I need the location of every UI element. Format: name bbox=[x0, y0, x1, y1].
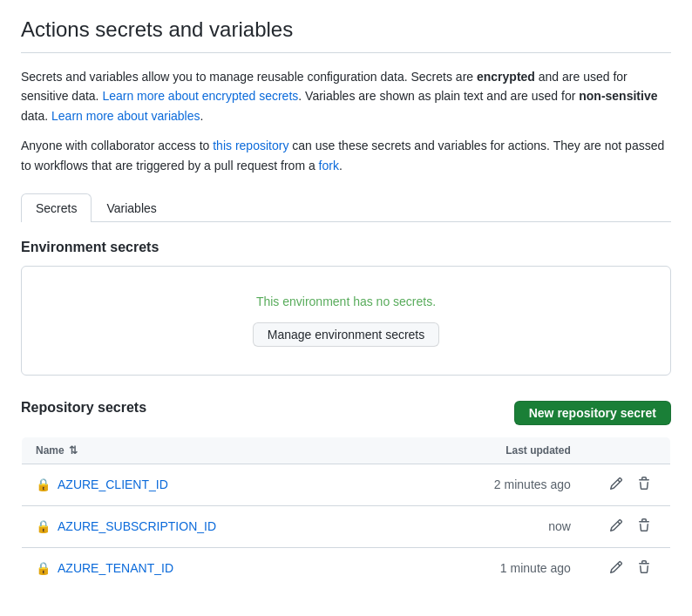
lock-icon-0: 🔒 bbox=[36, 477, 51, 491]
table-row: 🔒 AZURE_SUBSCRIPTION_ID now bbox=[22, 505, 671, 547]
learn-more-secrets-link[interactable]: Learn more about encrypted secrets bbox=[102, 89, 298, 103]
collab-text-3: . bbox=[339, 159, 343, 173]
col-name-header: Name ⇅ bbox=[22, 437, 444, 464]
edit-button-0[interactable] bbox=[604, 473, 628, 497]
last-updated-cell-1: now bbox=[444, 505, 585, 547]
lock-icon-2: 🔒 bbox=[36, 561, 51, 575]
actions-cell-0 bbox=[585, 464, 671, 505]
collaborator-note: Anyone with collaborator access to this … bbox=[21, 136, 671, 175]
env-secrets-box: This environment has no secrets. Manage … bbox=[21, 266, 671, 376]
col-updated-header: Last updated bbox=[444, 437, 585, 464]
desc-encrypted: encrypted bbox=[477, 70, 535, 84]
learn-more-variables-link[interactable]: Learn more about variables bbox=[51, 109, 200, 123]
tab-variables[interactable]: Variables bbox=[92, 193, 171, 222]
secret-name-cell-1: 🔒 AZURE_SUBSCRIPTION_ID bbox=[22, 505, 444, 547]
tabs-container: Secrets Variables bbox=[21, 193, 671, 222]
description-paragraph: Secrets and variables allow you to manag… bbox=[21, 67, 671, 125]
sort-icon: ⇅ bbox=[69, 444, 78, 457]
col-actions-header bbox=[585, 437, 671, 464]
secret-name-2: AZURE_TENANT_ID bbox=[58, 561, 173, 575]
delete-button-0[interactable] bbox=[632, 473, 656, 497]
actions-cell-2 bbox=[585, 547, 671, 589]
lock-icon-1: 🔒 bbox=[36, 519, 51, 533]
secret-name-cell-0: 🔒 AZURE_CLIENT_ID bbox=[22, 464, 444, 505]
tab-secrets[interactable]: Secrets bbox=[21, 193, 92, 222]
edit-button-2[interactable] bbox=[604, 557, 628, 580]
delete-button-1[interactable] bbox=[632, 515, 656, 538]
secret-name-cell-2: 🔒 AZURE_TENANT_ID bbox=[22, 547, 444, 589]
page-title: Actions secrets and variables bbox=[21, 17, 671, 42]
last-updated-cell-2: 1 minute ago bbox=[444, 547, 585, 589]
secret-name-0: AZURE_CLIENT_ID bbox=[58, 477, 168, 491]
collab-text-1: Anyone with collaborator access to bbox=[21, 139, 213, 152]
secret-name-1: AZURE_SUBSCRIPTION_ID bbox=[58, 519, 216, 533]
repo-secrets-header: Repository secrets New repository secret bbox=[21, 400, 671, 426]
table-row: 🔒 AZURE_TENANT_ID 1 minute ago bbox=[22, 547, 671, 589]
table-header-row: Name ⇅ Last updated bbox=[22, 437, 671, 464]
delete-button-2[interactable] bbox=[632, 557, 656, 580]
col-name-label: Name bbox=[36, 444, 64, 457]
desc-text-3: . Variables are shown as plain text and … bbox=[298, 89, 579, 103]
repository-secrets-section: Repository secrets New repository secret… bbox=[21, 400, 671, 590]
secrets-table: Name ⇅ Last updated 🔒 AZURE_CLIENT_ID 2 … bbox=[21, 437, 671, 590]
desc-text-1: Secrets and variables allow you to manag… bbox=[21, 70, 477, 84]
desc-nonsensitive: non-sensitive bbox=[579, 89, 657, 103]
repo-secrets-title: Repository secrets bbox=[21, 400, 146, 416]
actions-cell-1 bbox=[585, 505, 671, 547]
title-divider bbox=[21, 52, 671, 53]
this-repository-link[interactable]: this repository bbox=[213, 139, 288, 152]
last-updated-cell-0: 2 minutes ago bbox=[444, 464, 585, 505]
fork-link[interactable]: fork bbox=[319, 159, 339, 173]
desc-text-4: data. bbox=[21, 109, 51, 123]
env-secrets-empty-msg: This environment has no secrets. bbox=[43, 294, 649, 308]
secrets-table-body: 🔒 AZURE_CLIENT_ID 2 minutes ago bbox=[22, 464, 671, 589]
environment-secrets-section: Environment secrets This environment has… bbox=[21, 240, 671, 376]
edit-button-1[interactable] bbox=[604, 515, 628, 538]
env-secrets-title: Environment secrets bbox=[21, 240, 671, 255]
new-repository-secret-button[interactable]: New repository secret bbox=[514, 401, 671, 425]
manage-environment-secrets-button[interactable]: Manage environment secrets bbox=[253, 322, 440, 347]
table-row: 🔒 AZURE_CLIENT_ID 2 minutes ago bbox=[22, 464, 671, 505]
